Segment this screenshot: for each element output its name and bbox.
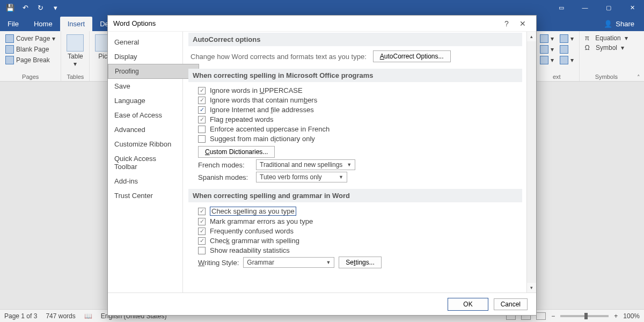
- zoom-out-icon[interactable]: −: [551, 312, 555, 320]
- collapse-ribbon-icon[interactable]: ˄: [633, 31, 644, 81]
- scrollbar[interactable]: ▴ ▾: [526, 32, 536, 292]
- custom-dictionaries-button[interactable]: Custom Dictionaries...: [198, 146, 275, 158]
- equation-icon: π: [585, 34, 589, 42]
- nav-item-trust-center[interactable]: Trust Center: [108, 188, 182, 203]
- checkbox[interactable]: [198, 97, 206, 104]
- close-icon[interactable]: ✕: [620, 0, 644, 15]
- nav-item-display[interactable]: Display: [108, 49, 182, 64]
- zoom-level[interactable]: 100%: [623, 312, 640, 320]
- autocorrect-options-button[interactable]: AutoCorrect Options...: [373, 50, 451, 62]
- checkbox-label[interactable]: Mark grammar errors as you type: [210, 217, 313, 225]
- spell-check-icon[interactable]: 📖: [84, 312, 92, 320]
- checkbox-label[interactable]: Check grammar with spelling: [210, 237, 299, 245]
- web-layout-icon[interactable]: [536, 312, 546, 320]
- status-word-count[interactable]: 747 words: [46, 312, 75, 320]
- checkbox-row: Check spelling as you type: [198, 207, 522, 216]
- ok-button[interactable]: OK: [448, 298, 488, 311]
- settings-button[interactable]: Settings...: [339, 257, 381, 268]
- ribbon-group-label: Symbols: [595, 74, 618, 80]
- ribbon-display-options-icon[interactable]: ▭: [550, 0, 573, 15]
- checkbox-label[interactable]: Show readability statistics: [210, 246, 290, 254]
- dialog-title-bar: Word Options ? ✕: [108, 16, 536, 32]
- dialog-close-icon[interactable]: ✕: [515, 16, 531, 32]
- section-office-spelling: When correcting spelling in Microsoft Of…: [188, 69, 522, 82]
- scroll-up-icon[interactable]: ▴: [527, 32, 536, 41]
- blank-page-icon: [5, 45, 14, 54]
- wordart-icon[interactable]: [540, 45, 548, 54]
- quick-parts-icon[interactable]: [540, 34, 548, 43]
- checkbox-label[interactable]: Ignore Internet and file addresses: [210, 106, 314, 114]
- nav-item-general[interactable]: General: [108, 35, 182, 49]
- checkbox-label[interactable]: Ignore words that contain numbers: [210, 96, 317, 104]
- section-autocorrect: AutoCorrect options: [188, 33, 522, 46]
- share-label: Share: [616, 20, 634, 28]
- checkbox[interactable]: [198, 247, 206, 254]
- quick-access-toolbar: 💾 ↶ ↻ ▾: [0, 2, 61, 13]
- minimize-icon[interactable]: —: [573, 0, 597, 15]
- nav-item-ease-of-access[interactable]: Ease of Access: [108, 108, 182, 122]
- checkbox-label[interactable]: Suggest from main dictionary only: [210, 135, 315, 143]
- checkbox-label[interactable]: Enforce accented uppercase in French: [210, 125, 330, 133]
- zoom-in-icon[interactable]: +: [614, 312, 618, 320]
- checkbox[interactable]: [198, 218, 206, 225]
- blank-page-button[interactable]: Blank Page: [5, 44, 55, 55]
- dialog-content: ▴ ▾ AutoCorrect options Change how Word …: [183, 32, 536, 292]
- nav-item-advanced[interactable]: Advanced: [108, 122, 182, 137]
- qat-more-icon[interactable]: ▾: [49, 2, 61, 13]
- share-button[interactable]: 👤 Share: [594, 17, 644, 31]
- nav-item-customize-ribbon[interactable]: Customize Ribbon: [108, 137, 182, 151]
- tab-insert[interactable]: Insert: [60, 17, 93, 31]
- spanish-modes-select[interactable]: Tuteo verb forms only▼: [256, 172, 347, 182]
- nav-item-language[interactable]: Language: [108, 93, 182, 108]
- french-modes-select[interactable]: Traditional and new spellings▼: [256, 159, 355, 170]
- cover-page-icon: [5, 34, 14, 43]
- checkbox[interactable]: [198, 135, 206, 143]
- checkbox[interactable]: [198, 126, 206, 133]
- writing-style-select[interactable]: Grammar▼: [243, 257, 334, 268]
- tab-home[interactable]: Home: [26, 17, 60, 31]
- dialog-nav: GeneralDisplayProofingSaveLanguageEase o…: [108, 32, 183, 292]
- drop-cap-icon[interactable]: [540, 56, 548, 64]
- checkbox[interactable]: [198, 87, 206, 94]
- checkbox[interactable]: [198, 228, 206, 235]
- checkbox[interactable]: [198, 237, 206, 245]
- table-button[interactable]: Table▾: [67, 53, 84, 68]
- equation-button[interactable]: π Equation ▾: [585, 33, 628, 43]
- status-page[interactable]: Page 1 of 3: [4, 312, 37, 320]
- checkbox-label[interactable]: Flag repeated words: [210, 115, 274, 123]
- checkbox-label[interactable]: Ignore words in UPPERCASE: [210, 86, 303, 94]
- signature-icon[interactable]: [560, 34, 568, 43]
- checkbox-row: Flag repeated words: [198, 115, 522, 123]
- page-break-button[interactable]: Page Break: [5, 55, 55, 65]
- checkbox[interactable]: [198, 208, 206, 215]
- maximize-icon[interactable]: ▢: [597, 0, 620, 15]
- ribbon-group-text-tail: ▾ ▾ ▾ ▾ ▾ ext: [534, 31, 580, 81]
- nav-item-save[interactable]: Save: [108, 79, 182, 93]
- dialog-help-icon[interactable]: ?: [499, 16, 515, 32]
- french-modes-label: French modes:: [198, 161, 252, 169]
- checkbox-row: Enforce accented uppercase in French: [198, 125, 522, 133]
- tab-file[interactable]: File: [0, 17, 26, 31]
- checkbox[interactable]: [198, 116, 206, 123]
- object-icon[interactable]: [560, 56, 568, 64]
- section-word-spelling: When correcting spelling and grammar in …: [188, 189, 522, 202]
- redo-icon[interactable]: ↻: [34, 2, 46, 13]
- checkbox-row: Ignore words in UPPERCASE: [198, 86, 522, 94]
- table-icon[interactable]: [67, 34, 84, 52]
- zoom-slider[interactable]: [560, 315, 609, 317]
- nav-item-quick-access-toolbar[interactable]: Quick Access Toolbar: [108, 151, 182, 174]
- scroll-down-icon[interactable]: ▾: [527, 283, 536, 292]
- save-icon[interactable]: 💾: [4, 2, 16, 13]
- checkbox[interactable]: [198, 106, 206, 114]
- symbol-button[interactable]: Ω Symbol ▾: [585, 43, 628, 53]
- cancel-button[interactable]: Cancel: [494, 298, 528, 310]
- nav-item-add-ins[interactable]: Add-ins: [108, 174, 182, 188]
- ribbon-group-pages: Cover Page▾ Blank Page Page Break Pages: [0, 31, 61, 81]
- checkbox-row: Frequently confused words: [198, 227, 522, 235]
- checkbox-label[interactable]: Check spelling as you type: [210, 207, 296, 216]
- date-time-icon[interactable]: [560, 45, 568, 54]
- checkbox-label[interactable]: Frequently confused words: [210, 227, 294, 235]
- undo-icon[interactable]: ↶: [19, 2, 31, 13]
- symbol-icon: Ω: [585, 44, 590, 52]
- cover-page-button[interactable]: Cover Page▾: [5, 33, 55, 44]
